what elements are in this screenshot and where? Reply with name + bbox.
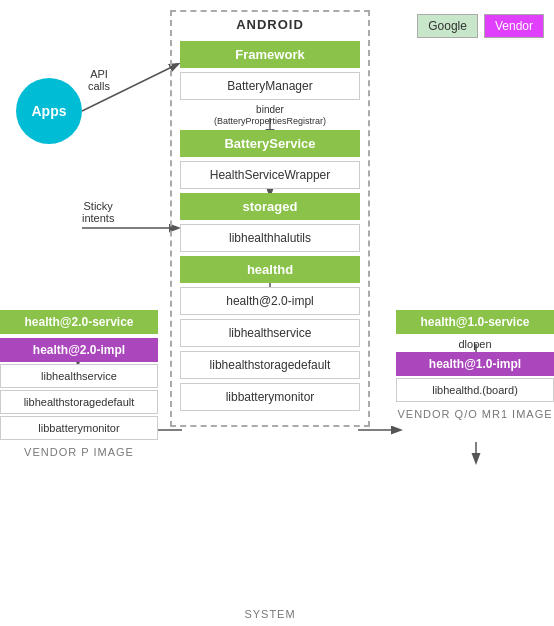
libhealthhalutils-box: libhealthhalutils bbox=[180, 224, 360, 252]
system-label: SYSTEM bbox=[170, 608, 370, 620]
vendor-qo-item-0: libhealthd.(board) bbox=[396, 378, 554, 402]
vendor-p-service-bar: health@2.0-service bbox=[0, 310, 158, 334]
healthd-item-0: health@2.0-impl bbox=[180, 287, 360, 315]
healthd-item-1: libhealthservice bbox=[180, 319, 360, 347]
sticky-intents-label: Sticky intents bbox=[82, 200, 114, 224]
top-labels: Google Vendor bbox=[417, 14, 544, 38]
apps-circle: Apps bbox=[16, 78, 82, 144]
battery-manager-box: BatteryManager bbox=[180, 72, 360, 100]
binder-detail: (BatteryPropertiesRegistrar) bbox=[214, 116, 326, 126]
vendor-p-item-0: libhealthservice bbox=[0, 364, 158, 388]
apps-label: Apps bbox=[32, 103, 67, 119]
vendor-p-section: health@2.0-service health@2.0-impl libhe… bbox=[0, 310, 158, 458]
android-title: ANDROID bbox=[172, 12, 368, 37]
vendor-qo-service-bar: health@1.0-service bbox=[396, 310, 554, 334]
battery-service-bar: BatteryService bbox=[180, 130, 360, 157]
vendor-qo-section: health@1.0-service dlopen health@1.0-imp… bbox=[396, 310, 554, 420]
vendor-p-footer-label: VENDOR P IMAGE bbox=[0, 446, 158, 458]
vendor-qo-footer-label: VENDOR Q/O MR1 IMAGE bbox=[396, 408, 554, 420]
vendor-qo-impl-bar: health@1.0-impl bbox=[396, 352, 554, 376]
vendor-p-item-2: libbatterymonitor bbox=[0, 416, 158, 440]
vendor-p-item-1: libhealthstoragedefault bbox=[0, 390, 158, 414]
google-label: Google bbox=[417, 14, 478, 38]
healthd-item-2: libhealthstoragedefault bbox=[180, 351, 360, 379]
storaged-bar: storaged bbox=[180, 193, 360, 220]
android-box: ANDROID Framework BatteryManager binder(… bbox=[170, 10, 370, 427]
health-service-wrapper-box: HealthServiceWrapper bbox=[180, 161, 360, 189]
framework-bar: Framework bbox=[180, 41, 360, 68]
healthd-bar: healthd bbox=[180, 256, 360, 283]
api-calls-label: API calls bbox=[88, 68, 110, 92]
vendor-p-impl-bar: health@2.0-impl bbox=[0, 338, 158, 362]
healthd-item-3: libbatterymonitor bbox=[180, 383, 360, 411]
binder-label: binder(BatteryPropertiesRegistrar) bbox=[172, 104, 368, 126]
dlopen-label: dlopen bbox=[396, 338, 554, 350]
vendor-label: Vendor bbox=[484, 14, 544, 38]
diagram-container: Google Vendor Apps API calls Sticky inte… bbox=[0, 0, 554, 626]
